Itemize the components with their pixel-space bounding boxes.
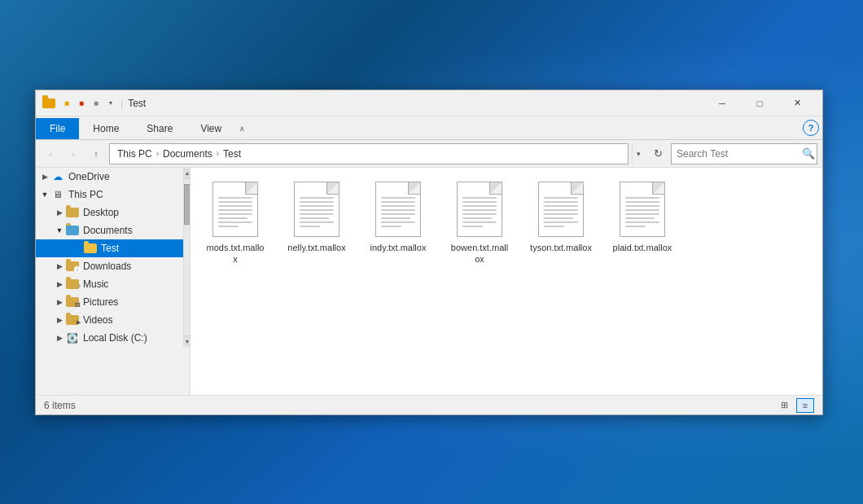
sidebar-label-onedrive: OneDrive bbox=[68, 171, 110, 182]
expand-icon-test bbox=[72, 243, 83, 254]
search-icon[interactable]: 🔍 bbox=[802, 147, 815, 160]
main-content: ▶ ☁ OneDrive ▼ 🖥 This PC bbox=[36, 168, 822, 395]
tab-view[interactable]: View bbox=[186, 118, 235, 139]
window-controls: ─ □ ✕ bbox=[703, 90, 816, 116]
tab-file[interactable]: File bbox=[36, 118, 79, 139]
file-item-6[interactable]: plaid.txt.mallox bbox=[606, 176, 679, 271]
scroll-up-btn[interactable]: ▲ bbox=[184, 168, 191, 179]
close-button[interactable]: ✕ bbox=[778, 90, 816, 116]
sidebar-item-pictures[interactable]: ▶ 🖼 Pictures bbox=[36, 293, 183, 311]
help-button[interactable]: ? bbox=[803, 120, 819, 136]
sidebar-label-videos: Videos bbox=[83, 314, 112, 326]
address-dropdown[interactable]: ▾ bbox=[632, 143, 645, 164]
file-name-4: bowen.txt.mallox bbox=[449, 242, 510, 265]
scrollbar-thumb[interactable] bbox=[184, 184, 191, 225]
path-part-thispc[interactable]: This PC bbox=[115, 147, 155, 161]
expand-icon-downloads: ▶ bbox=[54, 261, 65, 272]
ribbon-tabs: File Home Share View ∧ ? bbox=[36, 116, 822, 139]
refresh-button[interactable]: ↻ bbox=[648, 144, 668, 164]
file-name-5: tyson.txt.mallox bbox=[530, 242, 592, 253]
sidebar-item-documents[interactable]: ▼ Documents bbox=[36, 221, 183, 239]
file-icon-4 bbox=[457, 182, 502, 237]
file-name-1: mods.txt.mallox bbox=[204, 242, 266, 265]
view-controls: ⊞ ≡ bbox=[775, 398, 814, 413]
folder-icon-desktop bbox=[65, 206, 80, 219]
sidebar-scrollbar[interactable]: ▲ ▼ bbox=[183, 168, 190, 347]
folder-icon bbox=[42, 99, 55, 108]
ribbon: File Home Share View ∧ ? bbox=[36, 116, 822, 140]
file-name-6: plaid.txt.mallox bbox=[613, 242, 672, 253]
file-icon-3 bbox=[375, 182, 421, 237]
path-part-documents[interactable]: Documents bbox=[160, 147, 215, 161]
file-icon-6 bbox=[620, 182, 665, 237]
file-icon-2 bbox=[294, 182, 340, 237]
file-item-2[interactable]: nelly.txt.mallox bbox=[280, 176, 353, 271]
sidebar-label-thispc: This PC bbox=[68, 189, 103, 200]
folder-icon-videos: ▶ bbox=[65, 313, 80, 327]
pc-icon: 🖥 bbox=[50, 188, 65, 201]
address-path[interactable]: This PC › Documents › Test bbox=[109, 143, 629, 164]
sidebar-label-test: Test bbox=[101, 243, 119, 254]
sidebar-item-music[interactable]: ▶ ♪ Music bbox=[36, 275, 183, 293]
tab-home[interactable]: Home bbox=[79, 118, 133, 139]
minimize-button[interactable]: ─ bbox=[703, 90, 741, 116]
sidebar-item-localdisk[interactable]: ▶ 💽 Local Disk (C:) bbox=[36, 329, 183, 347]
qa-icon-2: ■ bbox=[75, 97, 88, 110]
expand-icon-pictures: ▶ bbox=[54, 296, 65, 308]
grid-view-button[interactable]: ⊞ bbox=[775, 398, 793, 413]
qa-dropdown-icon[interactable]: ▾ bbox=[104, 97, 117, 110]
expand-icon-videos: ▶ bbox=[54, 314, 65, 326]
sidebar-item-desktop[interactable]: ▶ Desktop bbox=[36, 204, 183, 221]
sidebar: ▶ ☁ OneDrive ▼ 🖥 This PC bbox=[36, 168, 191, 395]
status-bar: 6 items ⊞ ≡ bbox=[36, 395, 822, 414]
file-view: mods.txt.mallox nelly.txt.mallox bbox=[191, 168, 822, 395]
quick-access-toolbar: ■ ■ ■ ▾ | bbox=[60, 97, 125, 110]
title-bar: ■ ■ ■ ▾ | Test ─ □ ✕ bbox=[36, 90, 822, 116]
sidebar-item-thispc[interactable]: ▼ 🖥 This PC bbox=[36, 186, 183, 204]
folder-icon-documents bbox=[65, 224, 80, 237]
expand-icon-onedrive: ▶ bbox=[39, 171, 50, 182]
window-folder-icon bbox=[42, 97, 55, 110]
expand-icon-localdisk: ▶ bbox=[54, 332, 65, 344]
sidebar-label-music: Music bbox=[83, 278, 108, 290]
sidebar-item-test[interactable]: Test bbox=[36, 239, 183, 257]
sidebar-label-pictures: Pictures bbox=[83, 296, 118, 308]
path-part-test[interactable]: Test bbox=[221, 147, 243, 161]
address-bar: ‹ › ↑ This PC › Documents › Test ▾ ↻ 🔍 bbox=[36, 140, 822, 168]
path-sep-2: › bbox=[217, 149, 219, 158]
folder-icon-downloads: ↓ bbox=[65, 260, 80, 273]
qa-icon-3: ■ bbox=[90, 97, 103, 110]
sidebar-label-desktop: Desktop bbox=[83, 207, 119, 218]
back-button[interactable]: ‹ bbox=[41, 144, 60, 164]
search-input[interactable] bbox=[677, 148, 799, 160]
expand-icon-desktop: ▶ bbox=[54, 207, 65, 218]
expand-icon-music: ▶ bbox=[54, 278, 65, 290]
file-icon-1 bbox=[212, 182, 258, 237]
scroll-down-btn[interactable]: ▼ bbox=[184, 335, 191, 347]
sidebar-item-onedrive[interactable]: ▶ ☁ OneDrive bbox=[36, 168, 183, 186]
file-item-5[interactable]: tyson.txt.mallox bbox=[524, 176, 598, 271]
expand-icon-thispc: ▼ bbox=[39, 189, 50, 200]
tab-share[interactable]: Share bbox=[133, 118, 186, 139]
file-icon-5 bbox=[538, 182, 584, 237]
drive-icon: 💽 bbox=[65, 331, 80, 344]
file-name-2: nelly.txt.mallox bbox=[287, 242, 345, 253]
ribbon-expand-icon[interactable]: ∧ bbox=[235, 118, 248, 139]
cloud-icon: ☁ bbox=[50, 170, 65, 183]
sidebar-label-localdisk: Local Disk (C:) bbox=[83, 332, 147, 344]
explorer-window: ■ ■ ■ ▾ | Test ─ □ ✕ File Home Share Vie… bbox=[35, 90, 823, 415]
list-view-button[interactable]: ≡ bbox=[796, 398, 814, 413]
up-button[interactable]: ↑ bbox=[86, 144, 106, 164]
sidebar-label-documents: Documents bbox=[83, 225, 133, 236]
sidebar-item-downloads[interactable]: ▶ ↓ Downloads bbox=[36, 257, 183, 275]
forward-button[interactable]: › bbox=[64, 144, 83, 164]
file-item-4[interactable]: bowen.txt.mallox bbox=[443, 176, 516, 271]
sidebar-item-videos[interactable]: ▶ ▶ Videos bbox=[36, 311, 183, 329]
file-item-3[interactable]: indy.txt.mallox bbox=[361, 176, 435, 271]
item-count: 6 items bbox=[44, 400, 76, 411]
folder-icon-music: ♪ bbox=[65, 278, 80, 291]
file-item-1[interactable]: mods.txt.mallox bbox=[199, 176, 272, 271]
sidebar-label-downloads: Downloads bbox=[83, 261, 131, 272]
search-box: 🔍 bbox=[671, 143, 817, 164]
maximize-button[interactable]: □ bbox=[741, 90, 778, 116]
